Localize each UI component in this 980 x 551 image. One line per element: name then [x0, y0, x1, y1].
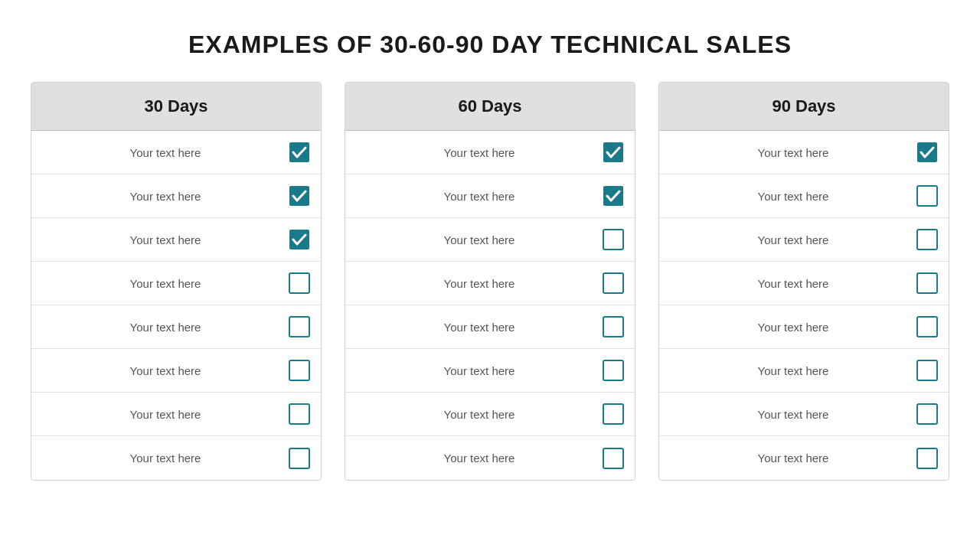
- checkbox-checked-icon: [603, 142, 624, 163]
- row-text: Your text here: [42, 364, 289, 377]
- row-item: Your text here: [31, 131, 321, 174]
- row-text: Your text here: [670, 190, 916, 203]
- checkbox-unchecked-icon: [289, 448, 310, 469]
- checkbox-unchecked-icon: [916, 229, 938, 250]
- row-text: Your text here: [42, 408, 289, 421]
- rows-list-90-days: Your text hereYour text hereYour text he…: [659, 131, 949, 480]
- checkbox-unchecked-icon: [603, 229, 624, 250]
- row-item: Your text here: [31, 393, 321, 436]
- row-text: Your text here: [42, 277, 289, 290]
- svg-rect-10: [603, 230, 623, 249]
- row-text: Your text here: [670, 408, 916, 421]
- checkbox-checked-icon: [916, 142, 938, 163]
- checkbox-unchecked-icon: [603, 316, 624, 337]
- row-text: Your text here: [670, 277, 916, 290]
- row-text: Your text here: [42, 233, 289, 246]
- svg-rect-4: [289, 317, 309, 337]
- row-item: Your text here: [345, 436, 635, 480]
- column-30-days: 30 DaysYour text hereYour text hereYour …: [31, 82, 322, 481]
- checkbox-unchecked-icon: [916, 448, 938, 469]
- column-60-days: 60 DaysYour text hereYour text hereYour …: [345, 82, 635, 481]
- checkbox-unchecked-icon: [289, 272, 310, 294]
- checkbox-unchecked-icon: [916, 316, 938, 337]
- svg-rect-23: [917, 448, 937, 468]
- row-text: Your text here: [356, 364, 603, 377]
- row-text: Your text here: [356, 190, 603, 203]
- checkbox-checked-icon: [289, 185, 310, 207]
- checkbox-unchecked-icon: [289, 360, 310, 381]
- row-item: Your text here: [659, 393, 949, 436]
- row-item: Your text here: [31, 436, 321, 480]
- row-text: Your text here: [670, 233, 916, 246]
- column-header-60-days: 60 Days: [345, 83, 635, 131]
- row-text: Your text here: [42, 146, 289, 159]
- row-text: Your text here: [356, 452, 603, 465]
- column-header-30-days: 30 Days: [31, 83, 321, 131]
- row-item: Your text here: [659, 349, 949, 393]
- row-item: Your text here: [31, 305, 321, 349]
- svg-rect-3: [289, 273, 309, 293]
- row-text: Your text here: [42, 190, 289, 203]
- row-text: Your text here: [670, 364, 916, 377]
- row-text: Your text here: [356, 146, 603, 159]
- svg-rect-20: [917, 317, 937, 337]
- svg-rect-22: [917, 404, 937, 424]
- checkbox-checked-icon: [603, 185, 624, 207]
- svg-rect-7: [289, 448, 309, 468]
- row-item: Your text here: [659, 174, 949, 218]
- svg-rect-15: [603, 448, 623, 468]
- column-90-days: 90 DaysYour text hereYour text hereYour …: [658, 82, 949, 481]
- svg-rect-19: [917, 273, 937, 293]
- row-item: Your text here: [345, 131, 635, 174]
- column-header-90-days: 90 Days: [659, 83, 949, 131]
- page-title: EXAMPLES OF 30-60-90 DAY TECHNICAL SALES: [188, 31, 792, 59]
- svg-rect-11: [603, 273, 623, 293]
- svg-rect-14: [603, 404, 623, 424]
- row-item: Your text here: [659, 436, 949, 480]
- checkbox-unchecked-icon: [916, 403, 938, 425]
- row-item: Your text here: [659, 305, 949, 349]
- row-item: Your text here: [31, 218, 321, 262]
- row-text: Your text here: [356, 233, 603, 246]
- rows-list-30-days: Your text hereYour text hereYour text he…: [31, 131, 321, 480]
- row-item: Your text here: [345, 174, 635, 218]
- row-item: Your text here: [31, 174, 321, 218]
- checkbox-unchecked-icon: [289, 316, 310, 337]
- row-text: Your text here: [42, 452, 289, 465]
- row-item: Your text here: [659, 262, 949, 305]
- checkbox-unchecked-icon: [916, 360, 938, 381]
- row-text: Your text here: [670, 452, 916, 465]
- row-text: Your text here: [356, 277, 603, 290]
- row-item: Your text here: [345, 218, 635, 262]
- svg-rect-18: [917, 230, 937, 249]
- row-text: Your text here: [42, 321, 289, 334]
- checkbox-checked-icon: [289, 142, 310, 163]
- row-item: Your text here: [345, 349, 635, 393]
- svg-rect-5: [289, 360, 309, 380]
- row-text: Your text here: [356, 408, 603, 421]
- checkbox-unchecked-icon: [603, 360, 624, 381]
- checkbox-unchecked-icon: [603, 272, 624, 294]
- svg-rect-12: [603, 317, 623, 337]
- row-item: Your text here: [345, 393, 635, 436]
- checkbox-unchecked-icon: [289, 403, 310, 425]
- checkbox-unchecked-icon: [916, 185, 938, 207]
- row-item: Your text here: [31, 262, 321, 305]
- row-item: Your text here: [345, 262, 635, 305]
- svg-rect-17: [917, 186, 937, 206]
- row-text: Your text here: [356, 321, 603, 334]
- svg-rect-6: [289, 404, 309, 424]
- row-item: Your text here: [659, 131, 949, 174]
- svg-rect-21: [917, 360, 937, 380]
- svg-rect-13: [603, 360, 623, 380]
- row-item: Your text here: [345, 305, 635, 349]
- checkbox-unchecked-icon: [916, 272, 938, 294]
- rows-list-60-days: Your text hereYour text hereYour text he…: [345, 131, 635, 480]
- checkbox-unchecked-icon: [603, 403, 624, 425]
- columns-wrapper: 30 DaysYour text hereYour text hereYour …: [31, 82, 949, 481]
- checkbox-checked-icon: [289, 229, 310, 250]
- checkbox-unchecked-icon: [603, 448, 624, 469]
- row-text: Your text here: [670, 321, 916, 334]
- row-item: Your text here: [659, 218, 949, 262]
- row-text: Your text here: [670, 146, 916, 159]
